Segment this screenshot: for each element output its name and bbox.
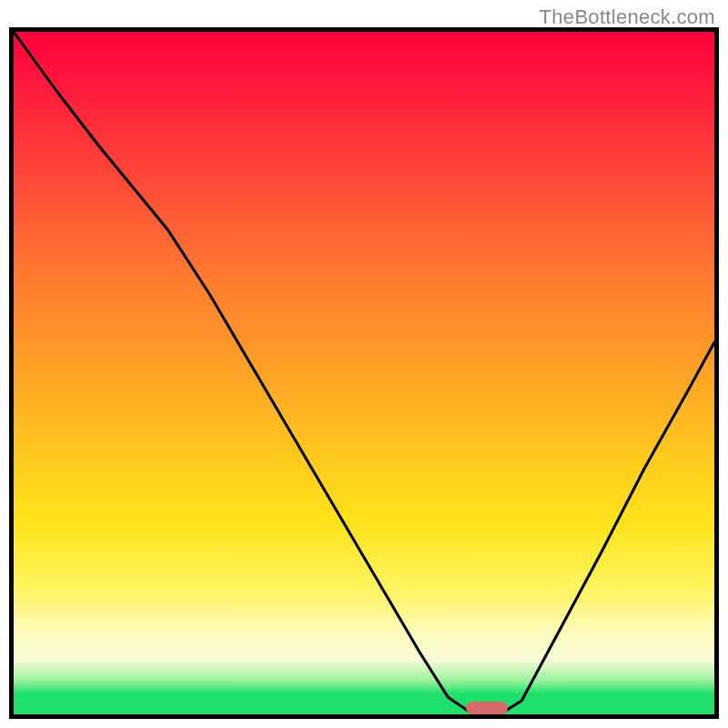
chart-background-gradient <box>14 32 714 714</box>
watermark-text: TheBottleneck.com <box>540 5 715 29</box>
optimal-point-marker <box>466 702 508 714</box>
chart-frame <box>9 27 719 719</box>
